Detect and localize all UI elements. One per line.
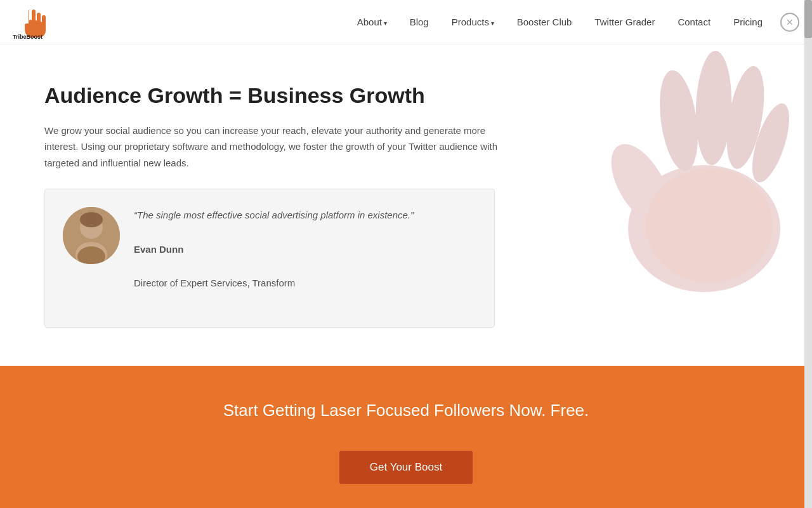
cta-headline: Start Getting Laser Focused Followers No…: [25, 401, 787, 420]
logo-icon: TribeBoost: [13, 4, 63, 39]
logo[interactable]: TribeBoost: [13, 4, 63, 39]
testimonial-content: “The single most effective social advert…: [134, 207, 414, 309]
testimonial-name: Evan Dunn: [134, 241, 414, 258]
nav-item-contact[interactable]: Contact: [666, 10, 722, 34]
nav-item-about[interactable]: About ▾: [346, 10, 398, 34]
search-button[interactable]: ✕: [780, 13, 799, 32]
cta-section: Start Getting Laser Focused Followers No…: [0, 366, 812, 508]
scrollbar-thumb[interactable]: [804, 0, 812, 38]
svg-point-10: [80, 212, 103, 227]
cta-button[interactable]: Get Your Boost: [339, 451, 473, 484]
nav-links: About ▾ Blog Products ▾ Booster Club Twi…: [346, 10, 774, 34]
nav-item-pricing[interactable]: Pricing: [722, 10, 774, 34]
hero-headline: Audience Growth = Business Growth: [44, 83, 565, 109]
hero-section: Audience Growth = Business Growth We gro…: [0, 44, 812, 366]
svg-point-7: [646, 168, 773, 283]
testimonial-card: “The single most effective social advert…: [44, 189, 495, 328]
testimonial-avatar: [63, 207, 120, 264]
nav-item-products[interactable]: Products ▾: [440, 10, 506, 34]
main-nav: TribeBoost About ▾ Blog Products ▾ Boost…: [0, 0, 812, 44]
nav-item-booster-club[interactable]: Booster Club: [506, 10, 584, 34]
nav-item-twitter-grader[interactable]: Twitter Grader: [583, 10, 666, 34]
scrollbar[interactable]: [804, 0, 812, 508]
nav-item-blog[interactable]: Blog: [398, 10, 440, 34]
testimonial-quote: “The single most effective social advert…: [134, 207, 414, 224]
handprint-decoration: [546, 44, 812, 318]
svg-text:TribeBoost: TribeBoost: [13, 34, 43, 39]
testimonial-role: Director of Expert Services, Transform: [134, 275, 414, 291]
hero-body: We grow your social audience so you can …: [44, 123, 501, 171]
hero-content: Audience Growth = Business Growth We gro…: [44, 83, 565, 328]
